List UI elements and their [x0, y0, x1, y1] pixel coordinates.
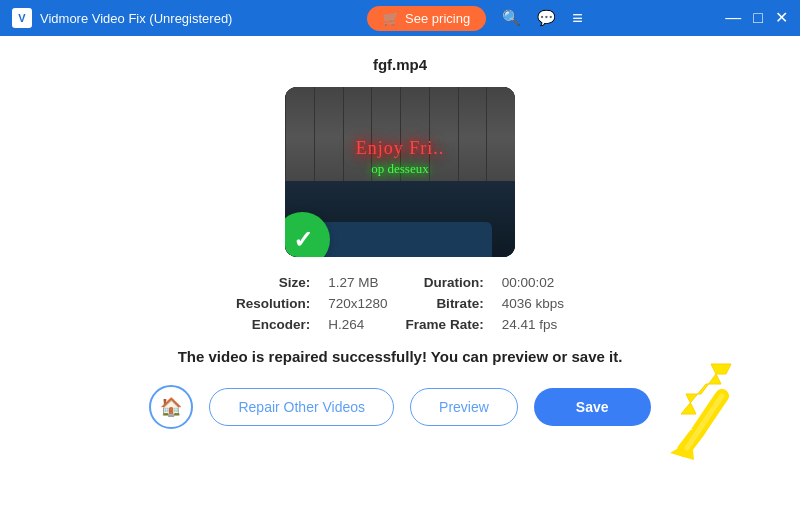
window-controls: — □ ✕: [725, 10, 788, 26]
chat-icon[interactable]: 💬: [537, 9, 556, 27]
app-logo: V: [12, 8, 32, 28]
bitrate-value: 4036 kbps: [502, 296, 564, 311]
encoder-value: H.264: [328, 317, 387, 332]
success-message: The video is repaired successfully! You …: [178, 348, 623, 365]
search-icon[interactable]: 🔍: [502, 9, 521, 27]
minimize-button[interactable]: —: [725, 10, 741, 26]
resolution-label: Resolution:: [236, 296, 310, 311]
framerate-value: 24.41 fps: [502, 317, 564, 332]
encoder-label: Encoder:: [236, 317, 310, 332]
sofa-shape: [308, 222, 492, 257]
cart-icon: 🛒: [383, 11, 399, 26]
home-icon: 🏠: [160, 396, 182, 418]
duration-value: 00:00:02: [502, 275, 564, 290]
arrow-annotation: [661, 359, 741, 419]
neon-line1: Enjoy Fri..: [320, 138, 480, 159]
framerate-label: Frame Rate:: [406, 317, 484, 332]
svg-marker-0: [681, 364, 731, 414]
home-button[interactable]: 🏠: [149, 385, 193, 429]
see-pricing-button[interactable]: 🛒 See pricing: [367, 6, 486, 31]
title-bar-center: 🛒 See pricing 🔍 💬 ≡: [367, 6, 583, 31]
close-button[interactable]: ✕: [775, 10, 788, 26]
neon-text: Enjoy Fri.. op desseux: [320, 138, 480, 177]
app-title: Vidmore Video Fix (Unregistered): [40, 11, 232, 26]
preview-button[interactable]: Preview: [410, 388, 518, 426]
size-label: Size:: [236, 275, 310, 290]
repair-other-button[interactable]: Repair Other Videos: [209, 388, 394, 426]
duration-label: Duration:: [406, 275, 484, 290]
size-value: 1.27 MB: [328, 275, 387, 290]
title-bar: V Vidmore Video Fix (Unregistered) 🛒 See…: [0, 0, 800, 36]
menu-icon[interactable]: ≡: [572, 8, 583, 29]
title-bar-left: V Vidmore Video Fix (Unregistered): [12, 8, 232, 28]
neon-line2: op desseux: [320, 161, 480, 177]
metadata-table: Size: 1.27 MB Duration: 00:00:02 Resolut…: [236, 275, 564, 332]
main-content: fgf.mp4 Enjoy Fri.. op desseux ✓: [0, 36, 800, 515]
bitrate-label: Bitrate:: [406, 296, 484, 311]
resolution-value: 720x1280: [328, 296, 387, 311]
save-button[interactable]: Save: [534, 388, 651, 426]
bottom-buttons: 🏠 Repair Other Videos Preview Save: [149, 385, 650, 429]
maximize-button[interactable]: □: [753, 10, 763, 26]
see-pricing-label: See pricing: [405, 11, 470, 26]
video-thumbnail: Enjoy Fri.. op desseux ✓: [285, 87, 515, 257]
video-filename: fgf.mp4: [373, 56, 427, 73]
